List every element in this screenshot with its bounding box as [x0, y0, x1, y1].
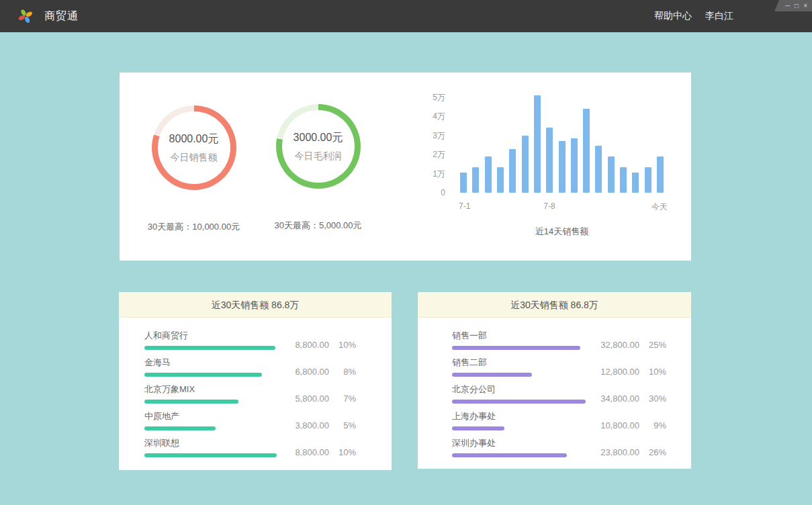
list-item-percent: 26%: [639, 447, 666, 457]
list-item-amount: 32,800.00: [587, 340, 639, 350]
list-item-bar-track: [452, 373, 587, 377]
bar: [472, 167, 479, 193]
today-sales-label: 今日销售额: [171, 152, 218, 164]
bar: [534, 95, 541, 193]
window-controls: ─ □ ×: [770, 0, 812, 11]
list-item-bar-track: [452, 400, 587, 404]
department-sales-card-title: 近30天销售额 86.8万: [418, 292, 691, 318]
list-item-amount: 34,800.00: [587, 394, 639, 404]
y-tick-label: 0: [418, 187, 445, 198]
y-tick-label: 1万: [418, 169, 445, 179]
bar-chart-y-axis: 5万4万3万2万1万0: [418, 92, 445, 198]
titlebar-nav: 帮助中心 李白江: [654, 0, 733, 32]
app-logo-pinwheel-icon: [17, 8, 34, 24]
list-item-label: 上海办事处: [452, 410, 587, 422]
list-item-bar: [144, 346, 275, 350]
list-item-percent: 9%: [639, 420, 666, 430]
list-item-bar-track: [144, 346, 277, 350]
list-item-label: 销售二部: [452, 357, 587, 369]
overview-card: 8000.00元 今日销售额 30天最高：10,000.00元 3000.00元…: [120, 73, 691, 261]
titlebar: 商贸通 帮助中心 李白江 ─ □ ×: [0, 0, 812, 32]
list-item-bar: [452, 346, 580, 350]
list-item-label: 金海马: [144, 357, 277, 369]
x-tick-mid: 7-8: [543, 201, 555, 211]
list-item: 深圳办事处 23,800.00 26%: [452, 437, 666, 457]
bar: [632, 173, 639, 193]
customer-sales-card-title: 近30天销售额 86.8万: [119, 292, 392, 318]
list-item-label: 深圳办事处: [452, 437, 587, 449]
list-item: 金海马 6,800.00 8%: [144, 357, 356, 377]
bar: [546, 128, 553, 193]
list-item: 上海办事处 10,800.00 9%: [452, 410, 666, 430]
list-item-label: 中原地产: [144, 410, 277, 422]
x-tick-start: 7-1: [459, 201, 470, 211]
list-item-bar: [144, 453, 277, 457]
list-item-bar-track: [452, 346, 587, 350]
list-item-amount: 8,800.00: [277, 340, 329, 350]
list-item-amount: 23,800.00: [587, 447, 639, 457]
list-item-label: 北京万象MIX: [144, 383, 277, 396]
list-item-percent: 5%: [329, 420, 356, 430]
list-item: 北京分公司 34,800.00 30%: [452, 383, 666, 404]
y-tick-label: 4万: [418, 111, 445, 122]
list-item-bar-track: [144, 400, 277, 404]
today-sales-value: 8000.00元: [169, 132, 219, 146]
list-item-amount: 6,800.00: [277, 367, 329, 377]
close-icon[interactable]: ×: [803, 0, 807, 11]
list-item-bar: [452, 400, 586, 404]
customer-sales-list: 人和商贸行 8,800.00 10% 金海马 6,800.00 8% 北京万象M…: [119, 318, 392, 457]
maximize-icon[interactable]: □: [795, 0, 799, 11]
bar: [497, 167, 504, 193]
list-item-percent: 7%: [329, 394, 356, 404]
list-item-amount: 5,800.00: [277, 394, 329, 404]
list-item-bar: [452, 373, 532, 377]
bar: [509, 149, 516, 193]
bar: [571, 138, 578, 193]
list-item-percent: 30%: [639, 394, 666, 404]
bar: [485, 156, 492, 193]
list-item-label: 北京分公司: [452, 383, 587, 396]
list-item: 销售二部 12,800.00 10%: [452, 357, 666, 377]
list-item-bar: [144, 426, 216, 430]
bar-chart-title: 近14天销售额: [535, 226, 588, 238]
today-profit-metric: 3000.00元 今日毛利润 30天最高：5,000.00元: [263, 104, 373, 232]
bar: [620, 167, 627, 193]
list-item-bar: [144, 373, 262, 377]
list-item-label: 深圳联想: [144, 437, 277, 449]
list-item-amount: 10,800.00: [587, 420, 639, 430]
list-item-percent: 25%: [639, 340, 666, 350]
bar: [522, 136, 529, 193]
bar: [645, 167, 651, 193]
y-tick-label: 3万: [418, 130, 445, 141]
list-item-percent: 8%: [329, 367, 356, 377]
list-item-bar-track: [144, 453, 277, 457]
list-item-bar: [452, 426, 504, 430]
help-center-link[interactable]: 帮助中心: [654, 10, 692, 22]
y-tick-label: 5万: [418, 92, 445, 103]
today-profit-value: 3000.00元: [294, 131, 343, 145]
list-item-bar: [452, 453, 567, 457]
bar: [657, 156, 664, 193]
bar: [595, 146, 602, 193]
app-title: 商贸通: [44, 0, 79, 32]
list-item-amount: 3,800.00: [277, 420, 329, 430]
today-profit-label: 今日毛利润: [295, 150, 342, 163]
list-item-bar-track: [144, 426, 277, 430]
user-name-link[interactable]: 李白江: [705, 10, 733, 22]
bar: [608, 156, 615, 193]
list-item-label: 人和商贸行: [144, 330, 277, 342]
sales-14d-bar-chart: 7-1 7-8 今天 近14天销售额: [460, 97, 664, 193]
list-item-bar-track: [144, 373, 277, 377]
department-sales-list: 销售一部 32,800.00 25% 销售二部 12,800.00 10% 北京…: [418, 318, 691, 457]
list-item-label: 销售一部: [452, 330, 587, 342]
today-sales-donut-chart: 8000.00元 今日销售额: [152, 105, 236, 190]
list-item: 北京万象MIX 5,800.00 7%: [144, 383, 356, 404]
today-sales-metric: 8000.00元 今日销售额 30天最高：10,000.00元: [138, 105, 249, 233]
list-item: 深圳联想 8,800.00 10%: [144, 437, 356, 457]
bar: [559, 141, 566, 193]
today-profit-caption: 30天最高：5,000.00元: [263, 220, 373, 232]
list-item-amount: 12,800.00: [587, 367, 639, 377]
x-tick-today: 今天: [651, 201, 668, 213]
minimize-icon[interactable]: ─: [785, 0, 790, 11]
list-item-bar: [144, 400, 238, 404]
